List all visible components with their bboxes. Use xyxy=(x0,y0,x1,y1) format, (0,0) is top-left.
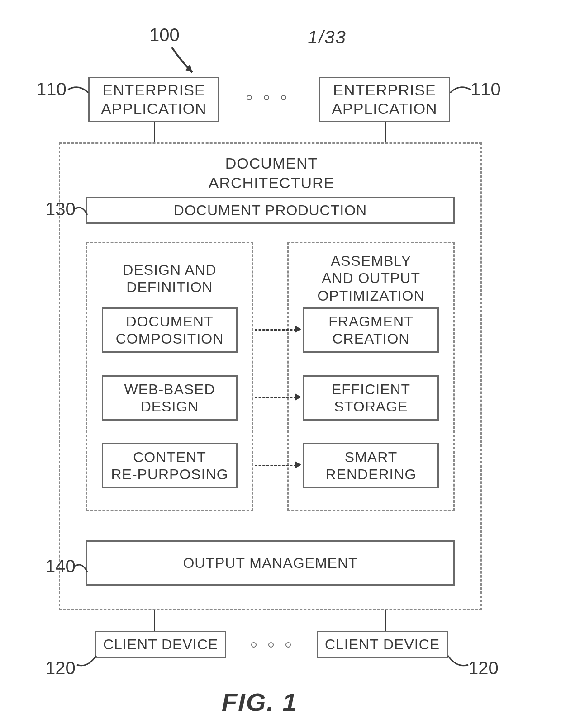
ref-140: 140 xyxy=(45,556,76,577)
enterprise-app-right: ENTERPRISE APPLICATION xyxy=(319,77,450,122)
leader-130-icon xyxy=(74,203,92,219)
leader-140-icon xyxy=(74,561,92,577)
leader-120-left-icon xyxy=(75,651,102,669)
ref-120-right: 120 xyxy=(468,658,499,678)
connector-line xyxy=(154,122,155,142)
enterprise-app-left: ENTERPRISE APPLICATION xyxy=(88,77,219,122)
leader-110-left-icon xyxy=(66,81,93,99)
arrow-dashed xyxy=(255,465,296,466)
doc-composition-box: DOCUMENT COMPOSITION xyxy=(102,307,238,353)
client-device-right: CLIENT DEVICE xyxy=(317,631,448,658)
output-management-box: OUTPUT MANAGEMENT xyxy=(86,540,455,586)
client-device-left: CLIENT DEVICE xyxy=(95,631,226,658)
page-number: 1/33 xyxy=(308,27,347,47)
leader-120-right-icon xyxy=(443,651,471,669)
ref-110-right: 110 xyxy=(471,79,501,99)
fragment-creation-box: FRAGMENT CREATION xyxy=(303,307,439,353)
doc-production-box: DOCUMENT PRODUCTION xyxy=(86,197,455,224)
ref-120-left: 120 xyxy=(45,658,76,678)
efficient-storage-box: EFFICIENT STORAGE xyxy=(303,375,439,421)
arrowhead-icon xyxy=(295,326,301,333)
arrow-100-icon xyxy=(167,45,208,81)
connector-line xyxy=(154,610,155,631)
connector-line xyxy=(385,122,386,142)
connector-line xyxy=(385,610,386,631)
arrow-dashed xyxy=(255,329,296,331)
figure-label: FIG. 1 xyxy=(222,687,298,717)
assembly-output-title: ASSEMBLY AND OUTPUT OPTIMIZATION xyxy=(289,252,453,304)
architecture-title: DOCUMENT ARCHITECTURE xyxy=(201,154,342,192)
arrow-dashed xyxy=(255,397,296,398)
design-definition-title: DESIGN AND DEFINITION xyxy=(87,261,252,296)
arrowhead-icon xyxy=(295,393,301,401)
content-repurposing-box: CONTENT RE-PURPOSING xyxy=(102,443,238,488)
arrowhead-icon xyxy=(295,461,301,468)
ref-100: 100 xyxy=(149,25,180,45)
ref-130: 130 xyxy=(45,199,76,219)
ellipsis-bottom xyxy=(251,642,291,648)
ref-110-left: 110 xyxy=(36,79,67,99)
leader-110-right-icon xyxy=(448,81,475,99)
smart-rendering-box: SMART RENDERING xyxy=(303,443,439,488)
web-based-design-box: WEB-BASED DESIGN xyxy=(102,375,238,421)
ellipsis-top xyxy=(247,95,286,100)
